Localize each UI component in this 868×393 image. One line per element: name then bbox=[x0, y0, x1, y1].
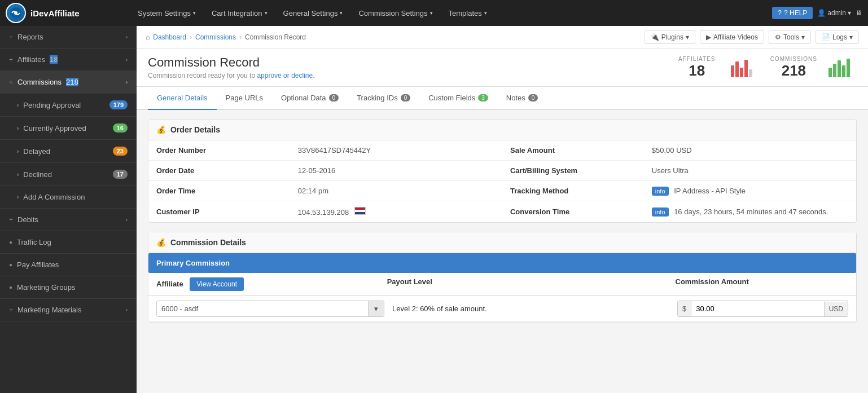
circle-icon: ● bbox=[9, 284, 12, 290]
chevron-right-icon: › bbox=[126, 80, 128, 85]
order-details-title: Order Details bbox=[170, 125, 220, 134]
sidebar-item-delayed[interactable]: › Delayed 23 bbox=[0, 140, 137, 163]
commissions-chart bbox=[828, 58, 857, 77]
approve-decline-link[interactable]: approve or decline. bbox=[257, 72, 314, 80]
logo-icon bbox=[6, 3, 26, 23]
caret-icon: ▾ bbox=[484, 10, 487, 16]
nav-general-settings[interactable]: General Settings ▾ bbox=[275, 0, 351, 26]
chart-bar bbox=[749, 69, 752, 77]
gear-icon: ⚙ bbox=[775, 33, 781, 41]
tab-page-urls[interactable]: Page URLs bbox=[217, 87, 272, 110]
breadcrumb: ⌂ Dashboard › Commissions › Commission R… bbox=[146, 33, 306, 41]
sidebar-label-reports: Reports bbox=[17, 33, 43, 41]
affiliates-stat-label: AFFILIATES bbox=[678, 56, 715, 62]
sidebar-item-reports[interactable]: + Reports › bbox=[0, 26, 137, 48]
admin-menu[interactable]: 👤 admin ▾ bbox=[817, 9, 851, 17]
plus-icon: + bbox=[9, 78, 13, 86]
commissions-stat-label: COMMISSIONS bbox=[770, 56, 817, 62]
breadcrumb-commissions[interactable]: Commissions bbox=[195, 33, 236, 41]
chart-bar bbox=[731, 65, 734, 77]
tracking-ids-badge: 0 bbox=[401, 94, 411, 101]
sidebar-item-pending-approval[interactable]: › Pending Approval 179 bbox=[0, 94, 137, 117]
nav-commission-settings[interactable]: Commission Settings ▾ bbox=[350, 0, 440, 26]
amount-input[interactable] bbox=[691, 301, 823, 316]
select-arrow[interactable]: ▾ bbox=[368, 301, 384, 316]
sidebar-item-marketing-groups[interactable]: ● Marketing Groups bbox=[0, 276, 137, 299]
sidebar-item-commissions[interactable]: + Commissions 218 › bbox=[0, 71, 137, 94]
primary-commission-header: Primary Commission bbox=[148, 253, 856, 273]
sidebar-item-currently-approved[interactable]: › Currently Approved 16 bbox=[0, 117, 137, 140]
nav-system-settings[interactable]: System Settings ▾ bbox=[130, 0, 204, 26]
affiliate-videos-button[interactable]: ▶ Affiliate Videos bbox=[700, 30, 764, 44]
sidebar-label-traffic: Traffic Log bbox=[17, 238, 51, 246]
view-account-button[interactable]: View Account bbox=[190, 277, 244, 291]
affiliate-select-wrapper: 6000 - asdf ▾ bbox=[156, 301, 384, 317]
customer-ip-value: 104.53.139.208 bbox=[290, 201, 502, 223]
tools-button[interactable]: ⚙ Tools ▾ bbox=[769, 30, 811, 44]
stats-block: AFFILIATES 18 COMMISSIONS 218 bbox=[674, 56, 857, 80]
breadcrumb-sep: › bbox=[190, 33, 192, 41]
sidebar-label-commissions: Commissions bbox=[17, 78, 62, 86]
monitor-icon: 🖥 bbox=[856, 9, 862, 17]
page-subtitle: Commission record ready for you to appro… bbox=[148, 72, 315, 80]
main-content: ⌂ Dashboard › Commissions › Commission R… bbox=[137, 26, 868, 393]
nav-items: System Settings ▾ Cart Integration ▾ Gen… bbox=[130, 0, 772, 26]
customer-ip-label: Customer IP bbox=[148, 201, 290, 223]
page-title-block: Commission Record Commission record read… bbox=[148, 55, 315, 80]
tab-general-details[interactable]: General Details bbox=[148, 87, 217, 110]
affiliate-select[interactable]: 6000 - asdf bbox=[157, 301, 368, 316]
sidebar-item-marketing-materials[interactable]: + Marketing Materials › bbox=[0, 299, 137, 321]
dollar-icon: 💰 bbox=[156, 238, 166, 247]
order-number-label: Order Number bbox=[148, 140, 290, 161]
payout-col-header: Payout Level bbox=[387, 277, 676, 291]
table-row: Order Time 02:14 pm Tracking Method info… bbox=[148, 181, 856, 201]
tracking-info-button[interactable]: info bbox=[652, 187, 669, 196]
sidebar-item-traffic-log[interactable]: ● Traffic Log bbox=[0, 231, 137, 254]
chart-bar bbox=[735, 61, 739, 77]
plugins-button[interactable]: 🔌 Plugins ▾ bbox=[645, 30, 695, 44]
tab-optional-data[interactable]: Optional Data 0 bbox=[272, 87, 348, 110]
monitor-button[interactable]: 🖥 bbox=[856, 9, 862, 17]
sidebar-item-pay-affiliates[interactable]: ● Pay Affiliates bbox=[0, 254, 137, 276]
chart-bar bbox=[740, 68, 743, 78]
sidebar-label-marketing-materials: Marketing Materials bbox=[17, 306, 81, 314]
logs-button[interactable]: 📄 Logs ▾ bbox=[816, 30, 859, 44]
currency-suffix: USD bbox=[824, 302, 848, 316]
logo[interactable]: iDevAffiliate bbox=[6, 3, 119, 23]
breadcrumb-dashboard[interactable]: Dashboard bbox=[153, 33, 186, 41]
conversion-info-button[interactable]: info bbox=[652, 207, 669, 217]
chevron-right-icon: › bbox=[17, 125, 19, 131]
tab-custom-fields[interactable]: Custom Fields 3 bbox=[419, 87, 497, 110]
tab-tracking-ids[interactable]: Tracking IDs 0 bbox=[348, 87, 419, 110]
affiliate-col-header: Affiliate View Account bbox=[156, 277, 387, 291]
sidebar-item-debits[interactable]: + Debits › bbox=[0, 209, 137, 231]
chart-bar bbox=[847, 59, 850, 77]
sidebar-item-add-commission[interactable]: › Add A Commission bbox=[0, 186, 137, 209]
commissions-badge: 218 bbox=[66, 78, 78, 86]
help-button[interactable]: ? ? HELP bbox=[772, 7, 813, 19]
sidebar-label-debits: Debits bbox=[17, 215, 38, 224]
order-time-value: 02:14 pm bbox=[290, 181, 502, 201]
chevron-right-icon: › bbox=[17, 194, 19, 200]
page-body: 💰 Order Details Order Number 33V86417SD7… bbox=[137, 110, 868, 341]
sidebar-item-affiliates[interactable]: + Affiliates 18 › bbox=[0, 48, 137, 71]
sidebar-label-declined: Declined bbox=[23, 170, 52, 179]
tracking-method-value: info IP Address - API Style bbox=[644, 181, 856, 201]
table-row: Customer IP 104.53.139.208 Conversion Ti… bbox=[148, 201, 856, 223]
video-icon: ▶ bbox=[706, 33, 711, 41]
nav-cart-integration[interactable]: Cart Integration ▾ bbox=[204, 0, 275, 26]
sale-amount-value: $50.00 USD bbox=[644, 140, 856, 161]
chevron-right-icon: › bbox=[126, 57, 128, 63]
breadcrumb-current: Commission Record bbox=[245, 33, 306, 41]
nav-templates[interactable]: Templates ▾ bbox=[441, 0, 495, 26]
caret-icon: ▾ bbox=[193, 10, 196, 16]
chevron-right-icon: › bbox=[17, 102, 19, 108]
tab-notes[interactable]: Notes 0 bbox=[497, 87, 547, 110]
sidebar-label-marketing-groups: Marketing Groups bbox=[17, 283, 75, 292]
order-details-table: Order Number 33V86417SD745442Y Sale Amou… bbox=[148, 140, 856, 222]
caret-icon: ▾ bbox=[849, 33, 853, 41]
sidebar-item-declined[interactable]: › Declined 17 bbox=[0, 163, 137, 186]
chart-bar bbox=[842, 65, 845, 77]
caret-icon: ▾ bbox=[430, 10, 433, 16]
tracking-method-label: Tracking Method bbox=[502, 181, 644, 201]
